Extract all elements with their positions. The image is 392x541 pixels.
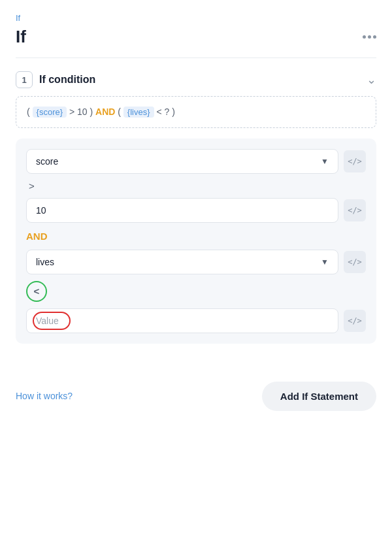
value-code-icon: </> bbox=[348, 316, 362, 325]
value10-code-button[interactable]: </> bbox=[344, 199, 366, 221]
preview-open-paren1: ( bbox=[27, 107, 30, 117]
page-container: If If 1 If condition ⌄ ( {score} > 10 ) … bbox=[0, 0, 392, 431]
preview-var1: {score} bbox=[33, 107, 67, 118]
score-field[interactable]: score ▼ bbox=[26, 149, 338, 174]
operator1-label[interactable]: > bbox=[26, 179, 366, 193]
preview-op2: < ? ) bbox=[156, 107, 174, 117]
section-title: If condition bbox=[39, 74, 95, 86]
score-code-button[interactable]: </> bbox=[344, 150, 366, 172]
chevron-down-icon[interactable]: ⌄ bbox=[367, 73, 376, 87]
preview-open-paren2: ( bbox=[118, 107, 123, 117]
operator2-row: < bbox=[26, 280, 366, 303]
value-code-button[interactable]: </> bbox=[344, 310, 366, 332]
preview-and-op: AND bbox=[95, 107, 115, 117]
more-options-button[interactable] bbox=[363, 35, 376, 39]
section-header-left: 1 If condition bbox=[16, 71, 95, 88]
value10-code-icon: </> bbox=[348, 206, 362, 215]
lives-field-row: lives ▼ </> bbox=[26, 250, 366, 274]
score-dropdown-arrow: ▼ bbox=[321, 157, 329, 166]
if-condition-section: 1 If condition ⌄ ( {score} > 10 ) AND ( … bbox=[16, 71, 376, 344]
value-field-wrapper: Value bbox=[26, 308, 338, 333]
value-placeholder: Value bbox=[36, 316, 59, 326]
lives-code-icon: </> bbox=[348, 257, 362, 267]
lives-field[interactable]: lives ▼ bbox=[26, 250, 338, 274]
lives-dropdown-arrow: ▼ bbox=[321, 257, 329, 267]
breadcrumb[interactable]: If bbox=[16, 13, 376, 23]
score-field-row: score ▼ </> bbox=[26, 149, 366, 174]
lives-code-button[interactable]: </> bbox=[344, 251, 366, 273]
and-label: AND bbox=[26, 228, 366, 244]
condition-builder: score ▼ </> > 10 </> AND bbox=[16, 139, 376, 344]
how-it-works-link[interactable]: How it works? bbox=[16, 391, 73, 401]
lives-field-value: lives bbox=[36, 257, 54, 267]
value-field[interactable]: Value bbox=[26, 308, 338, 333]
value10-field-row: 10 </> bbox=[26, 198, 366, 223]
operator2-circled[interactable]: < bbox=[26, 281, 47, 302]
section-header: 1 If condition ⌄ bbox=[16, 71, 376, 88]
more-dot-1 bbox=[363, 35, 366, 39]
preview-op1: > 10 ) bbox=[69, 107, 93, 117]
bottom-bar: How it works? Add If Statement bbox=[16, 375, 376, 411]
add-if-statement-button[interactable]: Add If Statement bbox=[262, 382, 376, 411]
value10-field[interactable]: 10 bbox=[26, 198, 338, 223]
score-code-icon: </> bbox=[348, 157, 362, 166]
value-field-row: Value </> bbox=[26, 308, 366, 333]
preview-var2: {lives} bbox=[123, 107, 154, 118]
more-dot-2 bbox=[368, 35, 371, 39]
value10-field-value: 10 bbox=[36, 205, 46, 216]
page-title: If bbox=[16, 27, 26, 47]
title-row: If bbox=[16, 27, 376, 58]
condition-preview: ( {score} > 10 ) AND ( {lives} < ? ) bbox=[16, 96, 376, 128]
step-badge: 1 bbox=[16, 71, 33, 88]
score-field-value: score bbox=[36, 156, 58, 167]
more-dot-3 bbox=[373, 35, 376, 39]
